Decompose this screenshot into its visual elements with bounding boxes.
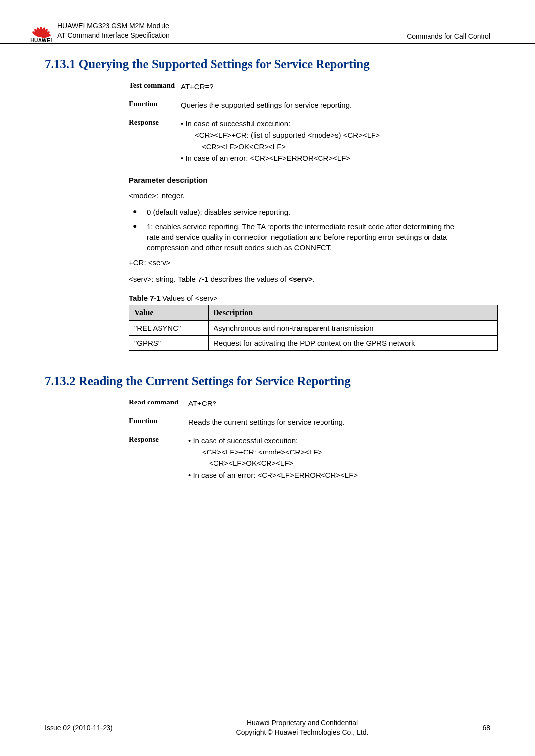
label-response: Response xyxy=(129,118,181,164)
response-line2: <CR><LF>OK<CR><LF> xyxy=(181,141,485,152)
value-test-command: AT+CR=? xyxy=(181,81,485,92)
mode-value-list: ● 0 (default value): disables service re… xyxy=(129,207,466,252)
serv-desc-pre: <serv>: string. Table 7-1 describes the … xyxy=(129,275,288,283)
cell-value: "GPRS" xyxy=(129,336,209,351)
response-bullet-success: • In case of successful execution: xyxy=(188,435,485,446)
value-response: • In case of successful execution: <CR><… xyxy=(188,435,485,481)
footer-center-line1: Huawei Proprietary and Confidential xyxy=(154,718,451,728)
response-line1: <CR><LF>+CR: <mode><CR><LF> xyxy=(188,446,485,457)
cr-serv-line: +CR: <serv> xyxy=(129,257,476,268)
table-7-1-caption: Table 7-1 Values of <serv> xyxy=(129,294,490,302)
label-function: Function xyxy=(129,416,188,428)
serv-values-table: Value Description "REL ASYNC" Asynchrono… xyxy=(129,305,498,351)
cell-desc: Asynchronous and non-transparent transmi… xyxy=(209,321,498,336)
serv-description: <serv>: string. Table 7-1 describes the … xyxy=(129,274,476,285)
parameter-description-heading: Parameter description xyxy=(129,176,490,184)
label-response: Response xyxy=(129,435,188,481)
section-7-13-2-heading: 7.13.2 Reading the Current Settings for … xyxy=(45,373,490,389)
cell-desc: Request for activating the PDP context o… xyxy=(209,336,498,351)
footer-center: Huawei Proprietary and Confidential Copy… xyxy=(154,718,451,737)
th-value: Value xyxy=(129,305,209,321)
response-bullet-error: • In case of an error: <CR><LF>ERROR<CR>… xyxy=(188,469,485,481)
response-line2: <CR><LF>OK<CR><LF> xyxy=(188,457,485,469)
list-item: ● 0 (default value): disables service re… xyxy=(129,207,466,217)
response-line1: <CR><LF>+CR: (list of supported <mode>s)… xyxy=(181,129,485,141)
value-function: Queries the supported settings for servi… xyxy=(181,100,485,111)
table-caption-rest: Values of <serv> xyxy=(162,294,217,302)
footer-issue: Issue 02 (2010-11-23) xyxy=(45,724,154,732)
value-read-command: AT+CR? xyxy=(188,398,485,409)
table-row: "GPRS" Request for activating the PDP co… xyxy=(129,336,498,351)
value-function: Reads the current settings for service r… xyxy=(188,416,485,428)
label-read-command: Read command xyxy=(129,398,188,409)
header-titles: HUAWEI MG323 GSM M2M Module AT Command I… xyxy=(57,21,407,43)
serv-desc-bold: <serv> xyxy=(288,275,312,283)
th-description: Description xyxy=(209,305,498,321)
list-item-text: 0 (default value): disables service repo… xyxy=(147,207,290,217)
header-line1: HUAWEI MG323 GSM M2M Module xyxy=(57,21,407,31)
table-header-row: Value Description xyxy=(129,305,498,321)
footer-page-number: 68 xyxy=(451,724,490,732)
page-header: HUAWEI HUAWEI MG323 GSM M2M Module AT Co… xyxy=(0,0,535,44)
table-caption-bold: Table 7-1 xyxy=(129,294,162,302)
read-command-block: Read command AT+CR? Function Reads the c… xyxy=(129,398,485,481)
footer-center-line2: Copyright © Huawei Technologies Co., Ltd… xyxy=(154,728,451,737)
bullet-icon: ● xyxy=(129,221,147,252)
label-function: Function xyxy=(129,100,181,111)
page-footer: Issue 02 (2010-11-23) Huawei Proprietary… xyxy=(45,714,490,737)
huawei-logo: HUAWEI xyxy=(30,20,53,43)
huawei-logo-text: HUAWEI xyxy=(30,38,52,43)
header-right: Commands for Call Control xyxy=(407,32,490,43)
list-item-text: 1: enables service reporting. The TA rep… xyxy=(147,221,466,252)
cell-value: "REL ASYNC" xyxy=(129,321,209,336)
bullet-icon: ● xyxy=(129,207,147,217)
list-item: ● 1: enables service reporting. The TA r… xyxy=(129,221,466,252)
value-response: • In case of successful execution: <CR><… xyxy=(181,118,485,164)
table-row: "REL ASYNC" Asynchronous and non-transpa… xyxy=(129,321,498,336)
response-bullet-error: • In case of an error: <CR><LF>ERROR<CR>… xyxy=(181,152,485,164)
section-7-13-1-heading: 7.13.1 Querying the Supported Settings f… xyxy=(45,56,490,72)
response-bullet-success: • In case of successful execution: xyxy=(181,118,485,129)
huawei-logo-icon xyxy=(30,20,53,37)
label-test-command: Test command xyxy=(129,81,181,92)
header-line2: AT Command Interface Specification xyxy=(57,31,407,40)
test-command-block: Test command AT+CR=? Function Queries th… xyxy=(129,81,485,164)
mode-intro: <mode>: integer. xyxy=(129,190,476,201)
